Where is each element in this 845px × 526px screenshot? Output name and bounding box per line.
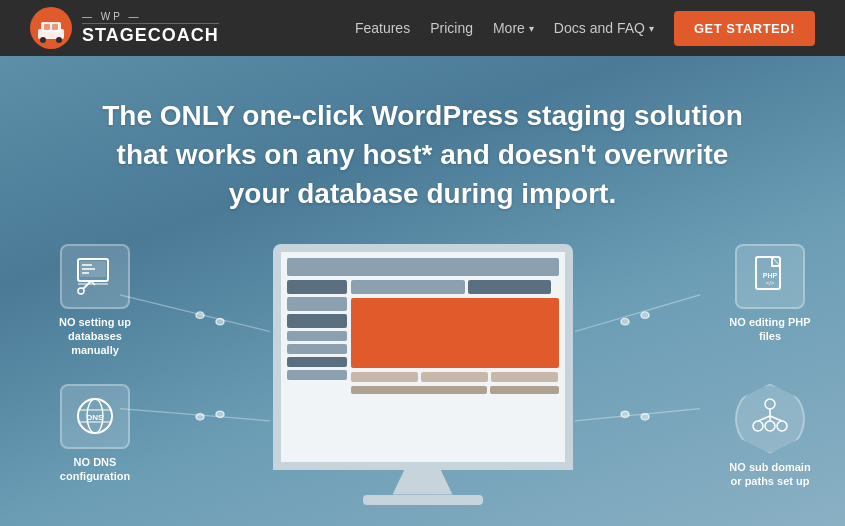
monitor-stand <box>393 470 453 495</box>
nav-more[interactable]: More <box>493 20 534 36</box>
bottom-block-4 <box>351 386 488 394</box>
screen-main-top <box>351 280 559 294</box>
sidebar-block-5 <box>287 344 347 354</box>
main-nav: Features Pricing More Docs and FAQ GET S… <box>355 11 815 46</box>
dns-icon-box: DNS <box>60 384 130 449</box>
svg-point-38 <box>753 421 763 431</box>
hero-section: The ONLY one-click WordPress staging sol… <box>0 56 845 526</box>
monitor-illustration <box>273 244 573 505</box>
svg-line-26 <box>83 281 91 289</box>
screen-main <box>351 280 559 456</box>
svg-line-42 <box>758 416 770 421</box>
hero-illustration: NO setting up databases manually DNS NO … <box>0 234 845 526</box>
svg-line-36 <box>772 257 780 266</box>
svg-point-13 <box>196 413 204 419</box>
logo-stagecoach: STAGECOACH <box>82 25 219 46</box>
php-icon: PHP </> <box>748 254 793 299</box>
no-database-icon-group: NO setting up databases manually <box>50 244 140 358</box>
hero-title: The ONLY one-click WordPress staging sol… <box>100 96 745 214</box>
sidebar-block-2 <box>287 297 347 311</box>
monitor-screen <box>281 252 565 462</box>
sidebar-block-3 <box>287 314 347 328</box>
logo-text: — WP — STAGECOACH <box>82 11 219 46</box>
no-subdomain-label: NO sub domain or paths set up <box>725 460 815 489</box>
sidebar-block-6 <box>287 357 347 367</box>
svg-point-11 <box>196 312 204 318</box>
svg-line-8 <box>120 408 270 420</box>
nav-features[interactable]: Features <box>355 20 410 36</box>
svg-point-17 <box>641 413 649 419</box>
logo: — WP — STAGECOACH <box>30 7 219 49</box>
svg-point-39 <box>765 421 775 431</box>
no-php-label: NO editing PHP files <box>725 315 815 344</box>
screen-hero-red <box>351 298 559 368</box>
svg-point-16 <box>621 318 629 324</box>
database-icon <box>73 254 118 299</box>
svg-line-10 <box>575 408 700 420</box>
bottom-block-5 <box>490 386 558 394</box>
svg-text:DNS: DNS <box>86 413 104 422</box>
top-block-1 <box>351 280 465 294</box>
svg-point-3 <box>40 37 46 43</box>
logo-icon <box>30 7 72 49</box>
svg-line-9 <box>575 294 700 331</box>
hero-text-block: The ONLY one-click WordPress staging sol… <box>0 56 845 234</box>
no-subdomain-icon-group: NO sub domain or paths set up <box>725 384 815 489</box>
svg-text:</>: </> <box>765 280 774 286</box>
dns-icon: DNS <box>73 394 118 439</box>
nav-docs[interactable]: Docs and FAQ <box>554 20 654 36</box>
svg-text:PHP: PHP <box>762 272 777 279</box>
nav-pricing[interactable]: Pricing <box>430 20 473 36</box>
subdomain-icon <box>748 396 793 441</box>
logo-wp: — WP — <box>82 11 219 24</box>
sidebar-block-4 <box>287 331 347 341</box>
svg-line-44 <box>770 416 782 421</box>
screen-bottom-row-2 <box>351 386 559 394</box>
bottom-block-2 <box>421 372 488 382</box>
svg-point-14 <box>216 411 224 417</box>
svg-point-12 <box>216 318 224 324</box>
get-started-button[interactable]: GET STARTED! <box>674 11 815 46</box>
svg-line-7 <box>120 294 270 331</box>
svg-point-37 <box>765 399 775 409</box>
sidebar-block-1 <box>287 280 347 294</box>
no-dns-label: NO DNS configuration <box>50 455 140 484</box>
screen-bottom-row-1 <box>351 372 559 382</box>
svg-rect-5 <box>44 24 50 30</box>
monitor <box>273 244 573 470</box>
database-icon-box <box>60 244 130 309</box>
no-dns-icon-group: DNS NO DNS configuration <box>50 384 140 484</box>
no-database-label: NO setting up databases manually <box>50 315 140 358</box>
monitor-base <box>363 495 483 505</box>
svg-point-4 <box>56 37 62 43</box>
screen-sidebar <box>287 280 347 456</box>
bottom-block-1 <box>351 372 418 382</box>
subdomain-icon-box <box>735 384 805 454</box>
php-icon-box: PHP </> <box>735 244 805 309</box>
svg-rect-6 <box>52 24 58 30</box>
top-block-2 <box>468 280 551 294</box>
svg-point-40 <box>777 421 787 431</box>
screen-top-bar <box>287 258 559 276</box>
header: — WP — STAGECOACH Features Pricing More … <box>0 0 845 56</box>
svg-point-18 <box>621 411 629 417</box>
svg-point-15 <box>641 312 649 318</box>
no-php-icon-group: PHP </> NO editing PHP files <box>725 244 815 344</box>
bottom-block-3 <box>491 372 558 382</box>
screen-content <box>287 280 559 456</box>
sidebar-block-7 <box>287 370 347 380</box>
